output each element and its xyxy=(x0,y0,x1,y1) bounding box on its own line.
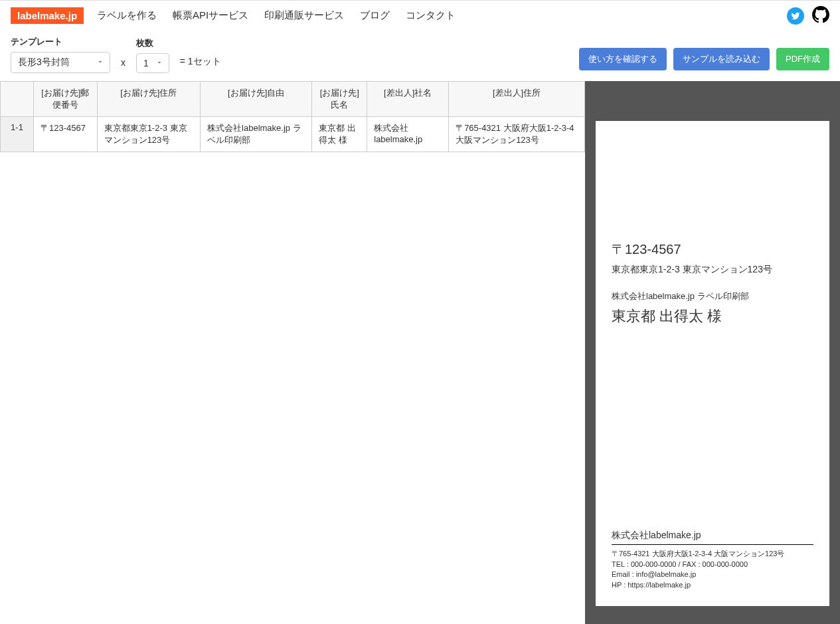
data-table: [お届け先]郵便番号 [お届け先]住所 [お届け先]自由 [お届け先]氏名 [差… xyxy=(0,81,585,152)
count-label: 枚数 xyxy=(136,37,169,49)
twitter-icon[interactable] xyxy=(787,7,804,25)
table-header: [お届け先]住所 xyxy=(97,82,200,117)
table-row[interactable]: 1-1 〒123-4567 東京都東京1-2-3 東京マンション123号 株式会… xyxy=(1,117,585,152)
preview-sender-hp: HP : https://labelmake.jp xyxy=(612,580,813,590)
envelope-preview: 〒123-4567 東京都東京1-2-3 東京マンション123号 株式会社lab… xyxy=(596,121,829,606)
sample-button[interactable]: サンプルを読み込む xyxy=(673,48,770,70)
preview-sender-tel: TEL : 000-000-0000 / FAX : 000-000-0000 xyxy=(612,560,813,570)
divider xyxy=(612,544,813,545)
nav-contact[interactable]: コンタクト xyxy=(406,9,456,22)
count-value: 1 xyxy=(143,58,149,68)
action-buttons: 使い方を確認する サンプルを読み込む PDF作成 xyxy=(579,48,829,73)
chevron-down-icon xyxy=(155,58,163,68)
nav-make-label[interactable]: ラベルを作る xyxy=(97,9,157,22)
social-icons xyxy=(787,6,829,25)
table-header xyxy=(1,82,34,117)
table-header: [お届け先]氏名 xyxy=(312,82,367,117)
preview-address: 東京都東京1-2-3 東京マンション123号 xyxy=(612,264,813,276)
template-control: テンプレート 長形3号封筒 xyxy=(11,36,110,73)
usage-button[interactable]: 使い方を確認する xyxy=(579,48,667,70)
cell-sender-address[interactable]: 〒765-4321 大阪府大阪1-2-3-4 大阪マンション123号 xyxy=(449,117,585,152)
preview-free: 株式会社labelmake.jp ラベル印刷部 xyxy=(612,290,813,302)
preview-postal: 〒123-4567 xyxy=(612,241,813,259)
table-header: [お届け先]郵便番号 xyxy=(34,82,98,117)
nav-api-service[interactable]: 帳票APIサービス xyxy=(173,9,248,22)
nav-blog[interactable]: ブログ xyxy=(360,9,390,22)
table-area: [お届け先]郵便番号 [お届け先]住所 [お届け先]自由 [お届け先]氏名 [差… xyxy=(0,81,585,624)
template-select[interactable]: 長形3号封筒 xyxy=(11,52,110,73)
count-control: 枚数 1 xyxy=(136,37,169,73)
nav-links: ラベルを作る 帳票APIサービス 印刷通販サービス ブログ コンタクト xyxy=(97,9,774,22)
preview-name: 東京都 出得太 様 xyxy=(612,306,813,326)
row-number: 1-1 xyxy=(1,117,34,152)
chevron-down-icon xyxy=(96,57,104,68)
header: labelmake.jp ラベルを作る 帳票APIサービス 印刷通販サービス ブ… xyxy=(0,1,840,31)
nav-print-service[interactable]: 印刷通販サービス xyxy=(264,9,344,22)
template-value: 長形3号封筒 xyxy=(18,56,70,67)
table-header: [差出人]住所 xyxy=(449,82,585,117)
pdf-button[interactable]: PDF作成 xyxy=(776,48,829,70)
preview-sender-company: 株式会社labelmake.jp xyxy=(612,530,813,542)
cell-free[interactable]: 株式会社labelmake.jp ラベル印刷部 xyxy=(201,117,312,152)
template-label: テンプレート xyxy=(11,36,110,48)
count-select[interactable]: 1 xyxy=(136,53,169,73)
preview-sender-address: 〒765-4321 大阪府大阪1-2-3-4 大阪マンション123号 xyxy=(612,549,813,559)
table-header: [差出人]社名 xyxy=(367,82,449,117)
github-icon[interactable] xyxy=(812,6,829,25)
logo[interactable]: labelmake.jp xyxy=(11,7,84,24)
cell-address[interactable]: 東京都東京1-2-3 東京マンション123号 xyxy=(97,117,200,152)
table-header: [お届け先]自由 xyxy=(201,82,312,117)
preview-sender-email: Email : info@labelmake.jp xyxy=(612,570,813,579)
cell-postal[interactable]: 〒123-4567 xyxy=(34,117,98,152)
main-area: [お届け先]郵便番号 [お届け先]住所 [お届け先]自由 [お届け先]氏名 [差… xyxy=(0,81,840,624)
table-header-row: [お届け先]郵便番号 [お届け先]住所 [お届け先]自由 [お届け先]氏名 [差… xyxy=(1,82,585,117)
multiply-text: x xyxy=(121,57,126,73)
controls-row: テンプレート 長形3号封筒 x 枚数 1 = 1セット 使い方を確認する サンプ… xyxy=(0,31,840,81)
preview-area: 〒123-4567 東京都東京1-2-3 東京マンション123号 株式会社lab… xyxy=(585,81,840,624)
cell-sender-company[interactable]: 株式会社labelmake.jp xyxy=(367,117,449,152)
cell-name[interactable]: 東京都 出得太 様 xyxy=(312,117,367,152)
set-text: = 1セット xyxy=(180,56,221,73)
